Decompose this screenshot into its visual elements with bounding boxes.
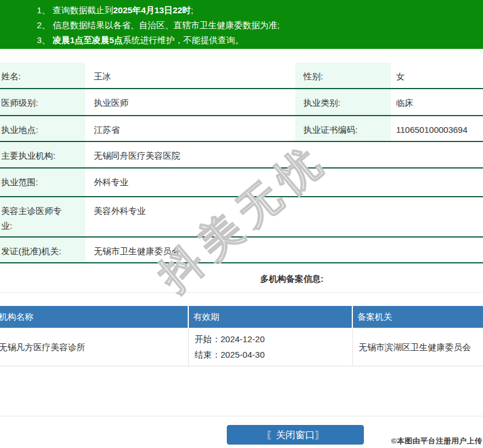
field-value-name: 王冰 [85,63,295,88]
field-label-cert-number: 执业证书编码: [295,116,391,141]
field-label-scope: 执业范围: [0,169,85,196]
section-divider [0,292,483,293]
notice-line-1-tail: ; [191,5,193,15]
notice-line-1: 1、 查询数据截止到2025年4月13日22时; [37,3,483,18]
table-row: 医师级别: 执业医师 执业类别: 临床 [0,89,483,116]
org-name-cell: 无锡凡方医疗美容诊所 [0,328,189,366]
column-header-org-name: 机构名称 [0,306,188,328]
table-row: 无锡凡方医疗美容诊所 开始：2024-12-20 结束：2025-04-30 无… [0,328,483,366]
table-row: 执业范围: 外科专业 [0,169,483,197]
field-value-category: 临床 [391,89,483,115]
practitioner-info-table: 姓名: 王冰 性别: 女 医师级别: 执业医师 执业类别: 临床 执业地点: 江… [0,63,483,263]
notice-line-1-bold: 2025年4月13日22时 [113,5,191,15]
field-value-scope: 外科专业 [85,169,483,196]
field-label-name: 姓名: [0,63,85,88]
table-row: 美容主诊医师专业: 美容外科专业 [0,197,483,238]
authority-text: 无锡市滨湖区卫生健康委员会 [359,339,483,355]
notice-banner: 1、 查询数据截止到2025年4月13日22时; 2、 信息数据结果以各省、自治… [0,0,483,49]
notice-line-2-text: 2、 信息数据结果以各省、自治区、直辖市卫生健康委数据为准; [37,20,280,30]
authority-cell: 无锡市滨湖区卫生健康委员会 [353,328,483,366]
field-label-main-org: 主要执业机构: [0,142,85,167]
registration-table: 机构名称 有效期 备案机关 无锡凡方医疗美容诊所 开始：2024-12-20 结… [0,306,483,366]
org-name-text: 无锡凡方医疗美容诊所 [0,339,188,355]
field-label-issuer: 发证(批准)机关: [0,238,85,262]
field-label-location: 执业地点: [0,116,85,141]
notice-line-3-bold: 凌晨1点至凌晨5点 [53,35,123,45]
copyright-watermark: ©本图由平台注册用户上传 [391,436,482,446]
notice-line-3-tail: 系统进行维护，不能提供查询。 [123,35,244,45]
column-header-authority: 备案机关 [353,306,483,328]
field-label-category: 执业类别: [295,89,391,115]
notice-line-2: 2、 信息数据结果以各省、自治区、直辖市卫生健康委数据为准; [37,18,483,33]
notice-line-3: 3、 凌晨1点至凌晨5点系统进行维护，不能提供查询。 [37,33,483,48]
table-row: 执业地点: 江苏省 执业证书编码: 110650100003694 [0,116,483,142]
field-value-cert-number: 110650100003694 [391,116,483,141]
field-value-main-org: 无锡同舟医疗美容医院 [85,142,483,167]
notice-line-1-text: 1、 查询数据截止到 [37,5,113,15]
field-label-level: 医师级别: [0,89,85,115]
field-value-specialty: 美容外科专业 [85,197,483,236]
notice-line-3-text: 3、 [37,35,53,45]
registration-table-header: 机构名称 有效期 备案机关 [0,306,483,328]
section-title-multi-org: 多机构备案信息: [0,274,483,285]
field-value-level: 执业医师 [85,89,295,115]
validity-start: 开始：2024-12-20 [195,331,352,347]
table-row: 发证(批准)机关: 无锡市卫生健康委员会 [0,238,483,263]
field-label-gender: 性别: [295,63,391,88]
column-header-validity: 有效期 [189,306,352,328]
close-window-button[interactable]: 〖关闭窗口〗 [227,425,364,445]
field-value-location: 江苏省 [85,116,295,141]
field-label-specialty: 美容主诊医师专业: [0,197,85,236]
table-row: 姓名: 王冰 性别: 女 [0,63,483,89]
validity-cell: 开始：2024-12-20 结束：2025-04-30 [189,328,353,366]
field-value-issuer: 无锡市卫生健康委员会 [85,238,483,262]
validity-end: 结束：2025-04-30 [195,347,352,362]
field-value-gender: 女 [391,63,483,88]
table-row: 主要执业机构: 无锡同舟医疗美容医院 [0,142,483,169]
footer-divider [0,416,483,416]
